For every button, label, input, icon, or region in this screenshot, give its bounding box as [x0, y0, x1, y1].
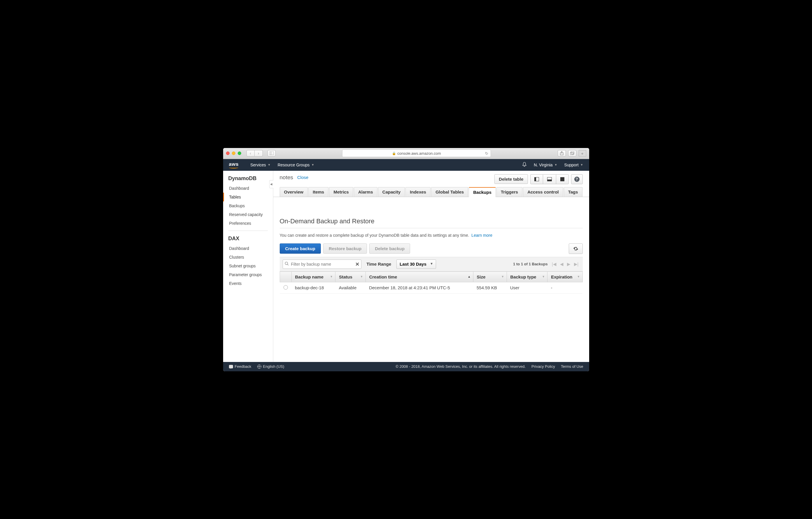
- delete-backup-button[interactable]: Delete backup: [369, 243, 410, 254]
- close-window-button[interactable]: [226, 152, 230, 155]
- row-radio[interactable]: [284, 285, 288, 290]
- column-header-size[interactable]: Size▼: [473, 271, 506, 282]
- column-header-backup-type[interactable]: Backup type▼: [506, 271, 547, 282]
- restore-backup-button[interactable]: Restore backup: [323, 243, 367, 254]
- tabs-button[interactable]: [568, 150, 576, 157]
- sidebar-item-subnet-groups[interactable]: Subnet groups: [223, 262, 273, 270]
- browser-chrome: ‹ › 🔒 console.aws.amazon.com ↻ +: [223, 148, 589, 159]
- help-icon: ?: [574, 176, 580, 182]
- sidebar-collapse-button[interactable]: ◀: [269, 180, 273, 188]
- speech-bubble-icon: [229, 365, 233, 368]
- cell-size: 554.59 KB: [473, 282, 506, 293]
- cell-type: User: [506, 282, 547, 293]
- tab-backups[interactable]: Backups: [469, 187, 496, 197]
- section-description: You can create and restore a complete ba…: [280, 233, 583, 238]
- tab-alarms[interactable]: Alarms: [354, 187, 377, 197]
- table-row[interactable]: backup-dec-18AvailableDecember 18, 2018 …: [280, 282, 582, 293]
- tab-metrics[interactable]: Metrics: [329, 187, 353, 197]
- back-button[interactable]: ‹: [246, 150, 255, 157]
- refresh-button[interactable]: [569, 243, 583, 254]
- layout-button-group: [530, 174, 569, 184]
- search-box: ✕: [283, 260, 361, 269]
- aws-header: aws Services ▼ Resource Groups ▼ N. Virg…: [223, 159, 589, 171]
- sort-icon: ▼: [577, 275, 580, 278]
- share-button[interactable]: [558, 150, 566, 157]
- aws-logo[interactable]: aws: [229, 161, 239, 168]
- feedback-link[interactable]: Feedback: [229, 364, 252, 369]
- page-next-button[interactable]: ▶: [566, 262, 572, 267]
- url-bar[interactable]: 🔒 console.aws.amazon.com ↻: [342, 149, 491, 157]
- column-header-status[interactable]: Status▼: [336, 271, 366, 282]
- cell-expiration: -: [547, 282, 582, 293]
- svg-rect-4: [571, 152, 574, 154]
- time-range-label: Time Range: [367, 262, 392, 267]
- page-prev-button[interactable]: ◀: [559, 262, 565, 267]
- svg-point-5: [285, 262, 288, 265]
- terms-of-use-link[interactable]: Terms of Use: [561, 364, 583, 369]
- forward-button[interactable]: ›: [255, 150, 263, 157]
- sidebar-item-backups[interactable]: Backups: [223, 201, 273, 210]
- sidebar-item-clusters[interactable]: Clusters: [223, 253, 273, 262]
- main-content: ◀ DynamoDB DashboardTablesBackupsReserve…: [223, 171, 589, 362]
- url-text: console.aws.amazon.com: [397, 151, 441, 156]
- sidebar-heading-dynamodb: DynamoDB: [223, 174, 273, 184]
- layout-full-button[interactable]: [556, 174, 569, 184]
- notifications-icon[interactable]: [522, 162, 527, 168]
- page-first-button[interactable]: |◀: [551, 262, 558, 267]
- reload-icon[interactable]: ↻: [485, 151, 488, 156]
- traffic-lights: [226, 152, 241, 155]
- sidebar-toggle-button[interactable]: [267, 150, 276, 157]
- tab-triggers[interactable]: Triggers: [496, 187, 522, 197]
- privacy-policy-link[interactable]: Privacy Policy: [531, 364, 555, 369]
- learn-more-link[interactable]: Learn more: [471, 233, 492, 238]
- layout-left-button[interactable]: [530, 174, 543, 184]
- tab-capacity[interactable]: Capacity: [378, 187, 405, 197]
- page-last-button[interactable]: ▶|: [573, 262, 580, 267]
- pagination: 1 to 1 of 1 Backups |◀ ◀ ▶ ▶|: [513, 262, 580, 267]
- sidebar-item-dashboard[interactable]: Dashboard: [223, 184, 273, 193]
- caret-down-icon: ▼: [554, 163, 557, 166]
- table-name: notes: [280, 174, 293, 181]
- section-title: On-Demand Backup and Restore: [280, 217, 583, 225]
- column-header-creation-time[interactable]: Creation time▲: [366, 271, 473, 282]
- tab-global-tables[interactable]: Global Tables: [431, 187, 468, 197]
- clear-filter-icon[interactable]: ✕: [355, 261, 359, 267]
- support-menu[interactable]: Support ▼: [564, 163, 583, 167]
- sidebar-item-dashboard[interactable]: Dashboard: [223, 244, 273, 253]
- tab-indexes[interactable]: Indexes: [405, 187, 431, 197]
- minimize-window-button[interactable]: [232, 152, 235, 155]
- sort-icon: ▲: [468, 275, 471, 278]
- svg-line-6: [287, 264, 288, 265]
- column-header-backup-name[interactable]: Backup name▼: [291, 271, 336, 282]
- tab-body-backups: On-Demand Backup and Restore You can cre…: [273, 197, 589, 362]
- maximize-window-button[interactable]: [238, 152, 241, 155]
- backup-filter-input[interactable]: [283, 260, 361, 269]
- sidebar-item-parameter-groups[interactable]: Parameter groups: [223, 270, 273, 279]
- sidebar-divider: [228, 230, 268, 231]
- delete-table-button[interactable]: Delete table: [494, 174, 528, 184]
- sidebar-item-tables[interactable]: Tables: [223, 193, 273, 201]
- column-header-expiration[interactable]: Expiration▼: [547, 271, 582, 282]
- tab-overview[interactable]: Overview: [280, 187, 308, 197]
- new-tab-button[interactable]: +: [579, 150, 586, 157]
- filter-row: ✕ Time Range Last 30 Days ▼ 1 to 1 of 1 …: [280, 257, 583, 271]
- help-button[interactable]: ?: [571, 174, 583, 184]
- layout-bottom-button[interactable]: [543, 174, 556, 184]
- region-menu[interactable]: N. Virginia ▼: [534, 163, 557, 167]
- sidebar-item-reserved-capacity[interactable]: Reserved capacity: [223, 210, 273, 219]
- language-selector[interactable]: English (US): [257, 364, 284, 369]
- backups-table: Backup name▼Status▼Creation time▲Size▼Ba…: [280, 271, 583, 294]
- resource-groups-menu[interactable]: Resource Groups ▼: [278, 163, 314, 167]
- close-link[interactable]: Close: [297, 175, 308, 180]
- tab-tags[interactable]: Tags: [564, 187, 582, 197]
- time-range-select[interactable]: Last 30 Days: [396, 260, 436, 269]
- services-menu[interactable]: Services ▼: [250, 163, 271, 167]
- tabs: OverviewItemsMetricsAlarmsCapacityIndexe…: [273, 184, 589, 197]
- tab-access-control[interactable]: Access control: [523, 187, 563, 197]
- tab-items[interactable]: Items: [308, 187, 328, 197]
- sidebar-item-events[interactable]: Events: [223, 279, 273, 288]
- create-backup-button[interactable]: Create backup: [280, 243, 321, 254]
- caret-down-icon: ▼: [268, 163, 271, 166]
- browser-window: ‹ › 🔒 console.aws.amazon.com ↻ + aws: [223, 148, 589, 371]
- sidebar-item-preferences[interactable]: Preferences: [223, 219, 273, 228]
